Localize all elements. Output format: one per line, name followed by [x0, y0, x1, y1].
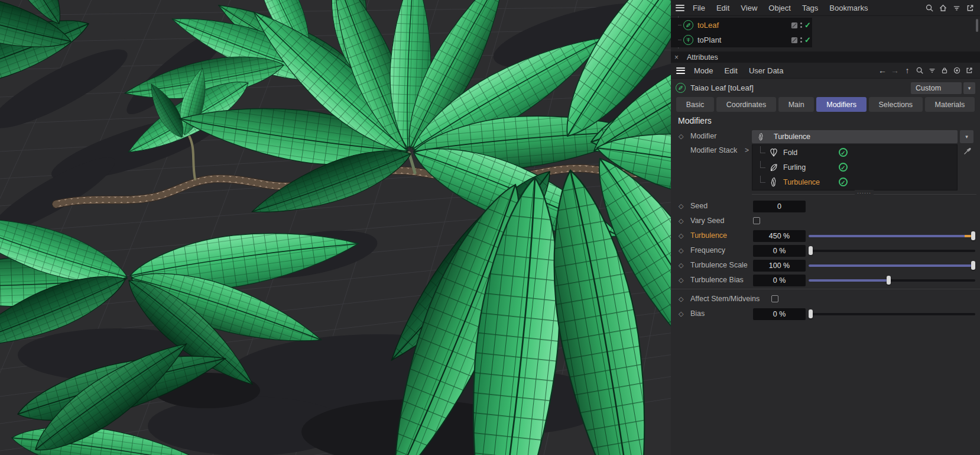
param-label: Modifier Stack [690, 146, 737, 154]
enabled-check-icon[interactable]: ✓ [839, 163, 848, 172]
stack-item-fold[interactable]: Fold ✓ [752, 145, 957, 160]
menu-edit[interactable]: Edit [725, 66, 738, 75]
diamond-icon: ◇ [679, 310, 683, 318]
menu-edit[interactable]: Edit [716, 4, 729, 12]
enabled-check-icon[interactable]: ✓ [839, 148, 848, 157]
plant-object-icon[interactable] [683, 35, 693, 45]
attributes-titlebar: × Attributes [671, 51, 980, 63]
preset-dropdown-arrow[interactable]: ▾ [963, 82, 975, 94]
stack-item-name: Furling [783, 163, 806, 172]
diamond-icon: ◇ [679, 217, 683, 225]
slider-knob[interactable] [971, 261, 975, 270]
menu-tags[interactable]: Tags [802, 4, 818, 12]
popout-icon[interactable] [964, 65, 975, 76]
diamond-icon: ◇ [679, 247, 683, 254]
turbulence-bias-slider[interactable] [809, 274, 975, 287]
turbulence-input[interactable]: 450 % [753, 230, 806, 242]
filter-icon[interactable] [951, 2, 962, 13]
modifier-dropdown[interactable]: Turbulence [752, 130, 958, 143]
stack-item-name: Fold [783, 149, 797, 157]
preset-dropdown[interactable]: Custom [911, 82, 962, 94]
scrollbar-thumb[interactable] [976, 19, 978, 32]
vary-seed-checkbox[interactable] [753, 217, 760, 224]
up-arrow-icon[interactable]: ↑ [902, 66, 913, 75]
enabled-check-icon[interactable]: ✓ [804, 36, 811, 44]
slider-knob[interactable] [809, 309, 813, 318]
leaf-object-icon[interactable] [683, 20, 693, 30]
enabled-check-icon[interactable]: ✓ [839, 178, 848, 186]
back-arrow-icon[interactable]: ← [877, 66, 888, 75]
target-icon[interactable] [952, 65, 962, 76]
hamburger-menu-icon[interactable] [676, 5, 684, 11]
tab-materials[interactable]: Materials [925, 97, 975, 112]
menu-object[interactable]: Object [768, 4, 791, 12]
diamond-icon: ◇ [679, 202, 683, 210]
turbulence-scale-input[interactable]: 100 % [753, 260, 806, 272]
close-icon[interactable]: × [674, 54, 679, 61]
modifier-dropdown-arrow[interactable]: ▾ [960, 130, 973, 143]
param-row-bias: ◇ Bias 0 % [671, 308, 980, 321]
forward-arrow-icon[interactable]: → [890, 66, 900, 75]
modifier-stack-list: Fold ✓ Furling ✓ [752, 144, 958, 191]
frequency-slider[interactable] [809, 244, 975, 257]
param-row-turbulence-scale: ◇ Turbulence Scale 100 % [671, 259, 980, 272]
diamond-icon: ◇ [679, 133, 683, 140]
seed-input[interactable]: 0 [753, 201, 806, 212]
filter-icon[interactable] [927, 65, 937, 76]
stack-item-furling[interactable]: Furling ✓ [752, 160, 957, 175]
param-label: Modifier [690, 132, 716, 140]
param-row-turbulence-bias: ◇ Turbulence Bias 0 % [671, 274, 980, 287]
eyedropper-icon[interactable] [963, 146, 972, 156]
menu-mode[interactable]: Mode [694, 66, 713, 75]
hamburger-menu-icon[interactable] [676, 67, 685, 74]
object-row-toleaf[interactable]: toLeaf ✓ [671, 18, 812, 33]
visibility-dots-icon[interactable] [800, 37, 802, 43]
popout-icon[interactable] [965, 2, 975, 13]
object-header-label: Taiao Leaf [toLeaf] [690, 83, 754, 92]
param-row-affect-stem: ◇ Affect Stem/Midveins [671, 293, 980, 306]
attributes-object-header: Taiao Leaf [toLeaf] Custom ▾ [671, 79, 980, 96]
param-label: Seed [690, 202, 708, 210]
param-label: Frequency [690, 246, 725, 254]
visibility-dots-icon[interactable] [800, 22, 802, 28]
modifier-stack-row: Modifier Stack > Fold ✓ [671, 144, 980, 192]
tab-main[interactable]: Main [778, 97, 814, 112]
layer-icon[interactable] [790, 21, 798, 29]
param-label: Vary Seed [690, 217, 724, 225]
param-label: Turbulence Bias [690, 276, 744, 284]
menu-bookmarks[interactable]: Bookmarks [829, 4, 868, 12]
tab-coordinates[interactable]: Coordinates [716, 97, 776, 112]
bias-slider[interactable] [809, 308, 975, 321]
layer-icon[interactable] [790, 36, 798, 44]
lock-icon[interactable] [939, 65, 950, 76]
param-label: Turbulence Scale [690, 261, 748, 269]
turbulence-scale-slider[interactable] [809, 259, 975, 272]
tab-basic[interactable]: Basic [676, 97, 714, 112]
stack-item-turbulence[interactable]: Turbulence ✓ [752, 175, 957, 189]
bias-input[interactable]: 0 % [753, 308, 806, 320]
tab-selections[interactable]: Selections [869, 97, 923, 112]
slider-knob[interactable] [971, 231, 975, 240]
object-row-toplant[interactable]: toPlant ✓ [671, 33, 812, 47]
right-panel: File Edit View Object Tags Bookmarks [671, 0, 980, 455]
object-name[interactable]: toPlant [697, 36, 721, 44]
search-icon[interactable] [914, 65, 925, 76]
enabled-check-icon[interactable]: ✓ [804, 21, 811, 29]
chevron-right-icon[interactable]: > [745, 146, 749, 154]
menu-user-data[interactable]: User Data [749, 66, 784, 75]
search-icon[interactable] [924, 2, 934, 13]
turbulence-leaf-icon [757, 133, 765, 141]
tab-modifiers[interactable]: Modifiers [816, 97, 866, 112]
turbulence-bias-input[interactable]: 0 % [753, 275, 806, 286]
home-icon[interactable] [937, 2, 948, 13]
object-name[interactable]: toLeaf [697, 21, 719, 30]
slider-knob[interactable] [887, 276, 891, 285]
menu-view[interactable]: View [741, 4, 757, 12]
affect-stem-checkbox[interactable] [771, 295, 778, 302]
frequency-input[interactable]: 0 % [753, 245, 806, 257]
viewport-3d[interactable] [0, 0, 671, 455]
slider-knob[interactable] [809, 246, 813, 255]
menu-file[interactable]: File [693, 4, 705, 12]
tree-branch-line [678, 25, 682, 25]
turbulence-slider[interactable] [809, 230, 975, 243]
